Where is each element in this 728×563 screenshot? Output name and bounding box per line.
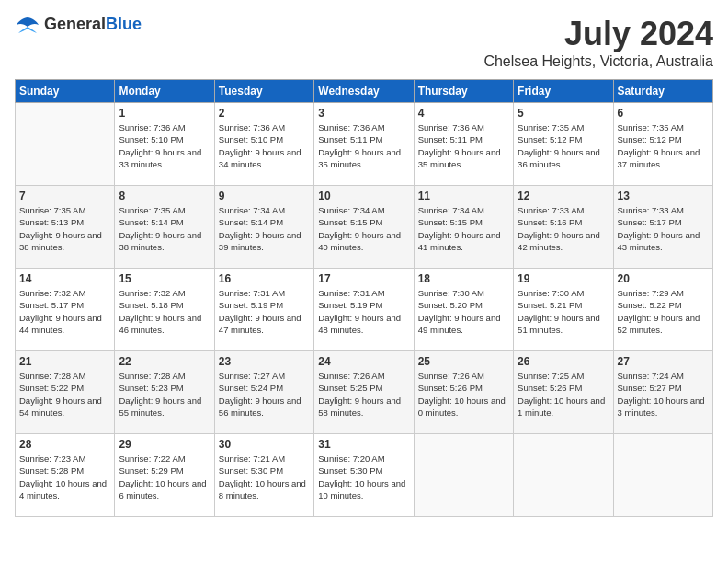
calendar-table: Sunday Monday Tuesday Wednesday Thursday… <box>15 79 713 517</box>
title-area: July 2024 Chelsea Heights, Victoria, Aus… <box>483 15 713 70</box>
calendar-cell: 23 Sunrise: 7:27 AMSunset: 5:24 PMDaylig… <box>214 351 313 434</box>
calendar-cell: 31 Sunrise: 7:20 AMSunset: 5:30 PMDaylig… <box>314 434 414 517</box>
day-info: Sunrise: 7:28 AMSunset: 5:22 PMDaylight:… <box>19 370 110 419</box>
day-info: Sunrise: 7:26 AMSunset: 5:26 PMDaylight:… <box>418 370 509 419</box>
day-number: 1 <box>119 107 210 120</box>
day-number: 31 <box>318 438 409 451</box>
day-info: Sunrise: 7:34 AMSunset: 5:15 PMDaylight:… <box>418 204 509 253</box>
calendar-cell: 4 Sunrise: 7:36 AMSunset: 5:11 PMDayligh… <box>414 103 513 186</box>
day-number: 11 <box>418 190 509 202</box>
day-number: 17 <box>318 272 409 285</box>
day-info: Sunrise: 7:20 AMSunset: 5:30 PMDaylight:… <box>318 453 409 501</box>
day-number: 28 <box>19 438 110 451</box>
day-info: Sunrise: 7:25 AMSunset: 5:26 PMDaylight:… <box>518 370 609 419</box>
day-info: Sunrise: 7:34 AMSunset: 5:15 PMDaylight:… <box>318 204 409 253</box>
day-info: Sunrise: 7:28 AMSunset: 5:23 PMDaylight:… <box>119 370 210 419</box>
header-friday: Friday <box>514 80 613 103</box>
day-number: 26 <box>518 355 609 368</box>
calendar-cell: 6 Sunrise: 7:35 AMSunset: 5:12 PMDayligh… <box>613 103 712 186</box>
calendar-cell: 14 Sunrise: 7:32 AMSunset: 5:17 PMDaylig… <box>16 269 115 351</box>
day-info: Sunrise: 7:36 AMSunset: 5:11 PMDaylight:… <box>318 121 409 170</box>
day-number: 12 <box>518 190 609 202</box>
day-number: 27 <box>618 355 709 368</box>
logo-blue: Blue <box>106 15 142 33</box>
calendar-week-3: 14 Sunrise: 7:32 AMSunset: 5:17 PMDaylig… <box>16 269 713 351</box>
day-info: Sunrise: 7:27 AMSunset: 5:24 PMDaylight:… <box>219 370 310 419</box>
calendar-week-1: 1 Sunrise: 7:36 AMSunset: 5:10 PMDayligh… <box>16 103 713 186</box>
day-number: 5 <box>518 107 609 120</box>
calendar-cell: 30 Sunrise: 7:21 AMSunset: 5:30 PMDaylig… <box>214 434 313 517</box>
day-number: 24 <box>318 355 409 368</box>
calendar-week-4: 21 Sunrise: 7:28 AMSunset: 5:22 PMDaylig… <box>16 351 713 434</box>
day-info: Sunrise: 7:35 AMSunset: 5:13 PMDaylight:… <box>19 204 110 253</box>
day-number: 9 <box>219 190 310 202</box>
day-number: 29 <box>119 438 210 451</box>
main-title: July 2024 <box>483 15 713 53</box>
day-info: Sunrise: 7:31 AMSunset: 5:19 PMDaylight:… <box>219 287 310 336</box>
day-info: Sunrise: 7:35 AMSunset: 5:12 PMDaylight:… <box>518 121 609 170</box>
day-info: Sunrise: 7:33 AMSunset: 5:17 PMDaylight:… <box>618 204 709 253</box>
calendar-week-2: 7 Sunrise: 7:35 AMSunset: 5:13 PMDayligh… <box>16 186 713 269</box>
day-info: Sunrise: 7:29 AMSunset: 5:22 PMDaylight:… <box>618 287 709 336</box>
day-number: 20 <box>618 272 709 285</box>
day-number: 7 <box>19 190 110 202</box>
day-number: 14 <box>19 272 110 285</box>
day-number: 8 <box>119 190 210 202</box>
calendar-cell: 25 Sunrise: 7:26 AMSunset: 5:26 PMDaylig… <box>414 351 513 434</box>
day-number: 23 <box>219 355 310 368</box>
calendar-cell: 10 Sunrise: 7:34 AMSunset: 5:15 PMDaylig… <box>314 186 414 269</box>
day-number: 10 <box>318 190 409 202</box>
day-info: Sunrise: 7:31 AMSunset: 5:19 PMDaylight:… <box>318 287 409 336</box>
header-monday: Monday <box>115 80 214 103</box>
day-number: 13 <box>618 190 709 202</box>
day-number: 2 <box>219 107 310 120</box>
calendar-cell: 19 Sunrise: 7:30 AMSunset: 5:21 PMDaylig… <box>514 269 613 351</box>
header-saturday: Saturday <box>613 80 712 103</box>
day-info: Sunrise: 7:22 AMSunset: 5:29 PMDaylight:… <box>119 453 210 501</box>
day-info: Sunrise: 7:36 AMSunset: 5:10 PMDaylight:… <box>219 121 310 170</box>
day-number: 18 <box>418 272 509 285</box>
calendar-cell: 9 Sunrise: 7:34 AMSunset: 5:14 PMDayligh… <box>214 186 313 269</box>
header-thursday: Thursday <box>414 80 513 103</box>
day-info: Sunrise: 7:23 AMSunset: 5:28 PMDaylight:… <box>19 453 110 501</box>
calendar-cell: 7 Sunrise: 7:35 AMSunset: 5:13 PMDayligh… <box>16 186 115 269</box>
calendar-cell: 21 Sunrise: 7:28 AMSunset: 5:22 PMDaylig… <box>16 351 115 434</box>
day-number: 30 <box>219 438 310 451</box>
day-number: 16 <box>219 272 310 285</box>
calendar-cell: 12 Sunrise: 7:33 AMSunset: 5:16 PMDaylig… <box>514 186 613 269</box>
calendar-cell: 3 Sunrise: 7:36 AMSunset: 5:11 PMDayligh… <box>314 103 414 186</box>
day-number: 4 <box>418 107 509 120</box>
calendar-cell <box>16 103 115 186</box>
calendar-cell: 28 Sunrise: 7:23 AMSunset: 5:28 PMDaylig… <box>16 434 115 517</box>
calendar-cell: 29 Sunrise: 7:22 AMSunset: 5:29 PMDaylig… <box>115 434 214 517</box>
day-info: Sunrise: 7:30 AMSunset: 5:20 PMDaylight:… <box>418 287 509 336</box>
calendar-cell: 11 Sunrise: 7:34 AMSunset: 5:15 PMDaylig… <box>414 186 513 269</box>
calendar-cell: 26 Sunrise: 7:25 AMSunset: 5:26 PMDaylig… <box>514 351 613 434</box>
day-info: Sunrise: 7:36 AMSunset: 5:11 PMDaylight:… <box>418 121 509 170</box>
calendar-cell: 27 Sunrise: 7:24 AMSunset: 5:27 PMDaylig… <box>613 351 712 434</box>
header-tuesday: Tuesday <box>214 80 313 103</box>
calendar-cell: 16 Sunrise: 7:31 AMSunset: 5:19 PMDaylig… <box>214 269 313 351</box>
calendar-cell: 18 Sunrise: 7:30 AMSunset: 5:20 PMDaylig… <box>414 269 513 351</box>
calendar-cell: 22 Sunrise: 7:28 AMSunset: 5:23 PMDaylig… <box>115 351 214 434</box>
calendar-cell: 24 Sunrise: 7:26 AMSunset: 5:25 PMDaylig… <box>314 351 414 434</box>
day-info: Sunrise: 7:21 AMSunset: 5:30 PMDaylight:… <box>219 453 310 501</box>
calendar-cell: 1 Sunrise: 7:36 AMSunset: 5:10 PMDayligh… <box>115 103 214 186</box>
calendar-cell: 15 Sunrise: 7:32 AMSunset: 5:18 PMDaylig… <box>115 269 214 351</box>
day-info: Sunrise: 7:30 AMSunset: 5:21 PMDaylight:… <box>518 287 609 336</box>
day-info: Sunrise: 7:33 AMSunset: 5:16 PMDaylight:… <box>518 204 609 253</box>
day-info: Sunrise: 7:34 AMSunset: 5:14 PMDaylight:… <box>219 204 310 253</box>
subtitle: Chelsea Heights, Victoria, Australia <box>483 53 713 70</box>
header: GeneralBlue July 2024 Chelsea Heights, V… <box>15 15 713 70</box>
day-number: 21 <box>19 355 110 368</box>
day-number: 6 <box>618 107 709 120</box>
calendar-cell: 5 Sunrise: 7:35 AMSunset: 5:12 PMDayligh… <box>514 103 613 186</box>
header-row: Sunday Monday Tuesday Wednesday Thursday… <box>16 80 713 103</box>
day-info: Sunrise: 7:26 AMSunset: 5:25 PMDaylight:… <box>318 370 409 419</box>
day-number: 25 <box>418 355 509 368</box>
day-number: 15 <box>119 272 210 285</box>
calendar-cell: 17 Sunrise: 7:31 AMSunset: 5:19 PMDaylig… <box>314 269 414 351</box>
day-number: 22 <box>119 355 210 368</box>
day-info: Sunrise: 7:32 AMSunset: 5:18 PMDaylight:… <box>119 287 210 336</box>
logo-bird-icon <box>15 16 40 34</box>
